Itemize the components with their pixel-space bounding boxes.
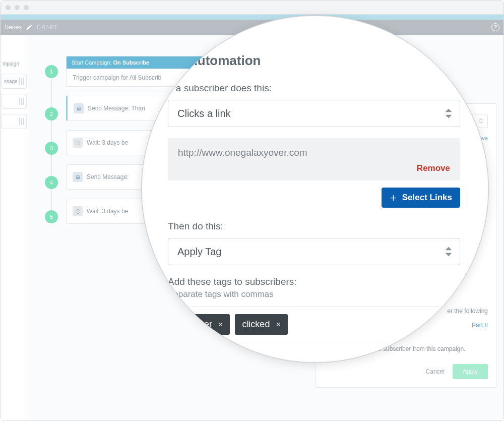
help-icon[interactable]: ? [491,23,499,31]
mail-icon [73,172,83,182]
window-dot[interactable] [24,5,29,10]
link-url: http://www.onegalaxyover.com [178,147,450,158]
clock-icon [73,138,83,148]
left-sidebar: mpaign ssage [1,35,28,420]
window-dot[interactable] [15,5,20,10]
remove-tag-icon[interactable]: × [218,320,223,329]
apply-button[interactable]: Apply [453,364,488,379]
step-badge-2[interactable]: 2 [45,107,58,120]
draft-badge: DRAFT [37,24,58,30]
step-badge-3[interactable]: 3 [45,142,58,155]
clock-icon [73,206,83,216]
mail-icon [74,103,84,113]
remove-link-button[interactable]: Remove [178,163,450,173]
selected-link-box: http://www.onegalaxyover.com Remove [168,138,460,180]
tags-hint: Separate tags with commas [168,289,460,299]
chevron-updown-icon [477,117,484,125]
step-badge-5[interactable]: 5 [45,210,58,223]
magnifier-lens: Automation If a subscriber does this: Cl… [141,15,489,363]
window-dot[interactable] [6,5,11,10]
action-select[interactable]: Apply Tag [168,238,460,265]
step-badge-4[interactable]: 4 [45,176,58,189]
series-label: Series [5,24,22,31]
tags-label: Add these tags to subscribers: [168,276,460,287]
part-link[interactable]: Part II [472,322,488,329]
accent-bar [1,15,503,20]
tag-chip[interactable]: clicked× [235,314,287,335]
sidebar-heading: mpaign [1,35,28,72]
step-badge-1[interactable]: 1 [45,65,58,78]
automation-title: Automation [188,53,460,69]
window-titlebar [1,1,503,15]
remove-tag-icon[interactable]: × [276,320,280,329]
select-links-button[interactable]: Select Links [382,188,460,208]
condition-value: Clicks a link [177,108,231,119]
plus-icon [390,194,397,202]
condition-label: If a subscriber does this: [168,83,460,94]
chevron-updown-icon [445,108,453,119]
action-label: Then do this: [168,221,460,232]
sidebar-block-message[interactable]: ssage [2,74,27,89]
edit-icon[interactable] [26,24,33,31]
condition-select[interactable]: Clicks a link [168,100,460,127]
sidebar-block[interactable] [2,94,27,109]
sidebar-block[interactable] [2,114,27,129]
chevron-updown-icon [445,246,453,257]
cancel-button[interactable]: Cancel [426,368,445,375]
action-value: Apply Tag [177,246,221,258]
